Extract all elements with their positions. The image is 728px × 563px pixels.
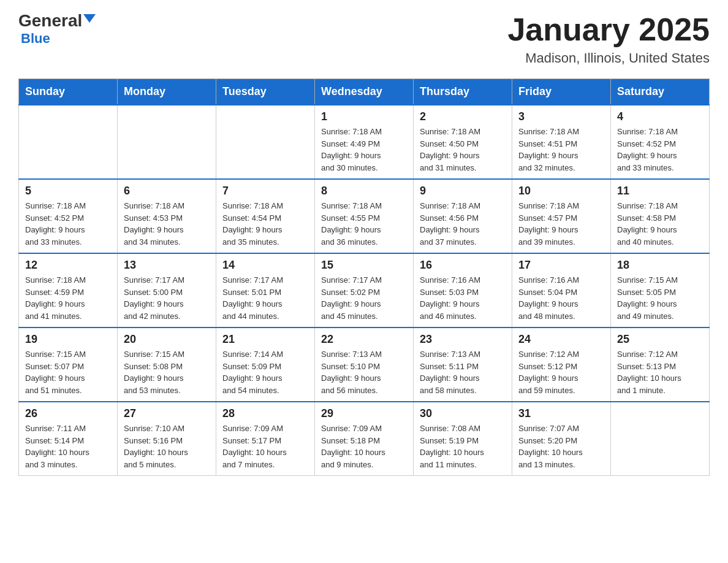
col-saturday: Saturday bbox=[611, 79, 710, 105]
table-row: 19Sunrise: 7:15 AMSunset: 5:07 PMDayligh… bbox=[19, 327, 118, 402]
day-number: 15 bbox=[321, 259, 407, 272]
week-row-4: 26Sunrise: 7:11 AMSunset: 5:14 PMDayligh… bbox=[19, 402, 710, 476]
week-row-0: 1Sunrise: 7:18 AMSunset: 4:49 PMDaylight… bbox=[19, 105, 710, 179]
day-info: Sunrise: 7:18 AMSunset: 4:58 PMDaylight:… bbox=[617, 200, 703, 248]
day-info: Sunrise: 7:15 AMSunset: 5:08 PMDaylight:… bbox=[124, 348, 210, 396]
table-row: 11Sunrise: 7:18 AMSunset: 4:58 PMDayligh… bbox=[611, 179, 710, 253]
logo-general: General bbox=[18, 12, 82, 29]
calendar-header-row: Sunday Monday Tuesday Wednesday Thursday… bbox=[19, 79, 710, 105]
day-number: 7 bbox=[222, 185, 308, 197]
col-wednesday: Wednesday bbox=[315, 79, 414, 105]
day-info: Sunrise: 7:17 AMSunset: 5:00 PMDaylight:… bbox=[124, 274, 210, 322]
day-number: 31 bbox=[518, 407, 604, 420]
day-number: 3 bbox=[518, 110, 604, 123]
day-number: 30 bbox=[420, 407, 506, 420]
day-info: Sunrise: 7:08 AMSunset: 5:19 PMDaylight:… bbox=[420, 423, 506, 470]
day-number: 5 bbox=[25, 185, 111, 197]
table-row: 8Sunrise: 7:18 AMSunset: 4:55 PMDaylight… bbox=[315, 179, 414, 253]
day-number: 13 bbox=[124, 259, 210, 272]
col-tuesday: Tuesday bbox=[216, 79, 315, 105]
table-row: 12Sunrise: 7:18 AMSunset: 4:59 PMDayligh… bbox=[19, 253, 118, 327]
table-row: 31Sunrise: 7:07 AMSunset: 5:20 PMDayligh… bbox=[512, 402, 611, 476]
table-row: 27Sunrise: 7:10 AMSunset: 5:16 PMDayligh… bbox=[118, 402, 216, 476]
table-row: 2Sunrise: 7:18 AMSunset: 4:50 PMDaylight… bbox=[414, 105, 512, 179]
logo: General Blue bbox=[18, 12, 96, 47]
day-number: 6 bbox=[124, 185, 210, 197]
day-number: 26 bbox=[25, 407, 111, 420]
table-row: 30Sunrise: 7:08 AMSunset: 5:19 PMDayligh… bbox=[414, 402, 512, 476]
table-row: 14Sunrise: 7:17 AMSunset: 5:01 PMDayligh… bbox=[216, 253, 315, 327]
day-number: 21 bbox=[222, 333, 308, 346]
day-info: Sunrise: 7:18 AMSunset: 4:59 PMDaylight:… bbox=[25, 274, 111, 322]
day-info: Sunrise: 7:18 AMSunset: 4:53 PMDaylight:… bbox=[124, 200, 210, 248]
day-number: 28 bbox=[222, 407, 308, 420]
day-info: Sunrise: 7:18 AMSunset: 4:56 PMDaylight:… bbox=[420, 200, 506, 248]
col-thursday: Thursday bbox=[414, 79, 512, 105]
table-row: 23Sunrise: 7:13 AMSunset: 5:11 PMDayligh… bbox=[414, 327, 512, 402]
day-info: Sunrise: 7:09 AMSunset: 5:17 PMDaylight:… bbox=[222, 423, 308, 470]
table-row: 21Sunrise: 7:14 AMSunset: 5:09 PMDayligh… bbox=[216, 327, 315, 402]
table-row: 7Sunrise: 7:18 AMSunset: 4:54 PMDaylight… bbox=[216, 179, 315, 253]
day-number: 16 bbox=[420, 259, 506, 272]
day-info: Sunrise: 7:07 AMSunset: 5:20 PMDaylight:… bbox=[518, 423, 604, 470]
day-number: 18 bbox=[617, 259, 703, 272]
day-info: Sunrise: 7:18 AMSunset: 4:55 PMDaylight:… bbox=[321, 200, 407, 248]
day-info: Sunrise: 7:11 AMSunset: 5:14 PMDaylight:… bbox=[25, 423, 111, 470]
day-info: Sunrise: 7:16 AMSunset: 5:03 PMDaylight:… bbox=[420, 274, 506, 322]
table-row: 9Sunrise: 7:18 AMSunset: 4:56 PMDaylight… bbox=[414, 179, 512, 253]
col-monday: Monday bbox=[118, 79, 216, 105]
day-info: Sunrise: 7:18 AMSunset: 4:54 PMDaylight:… bbox=[222, 200, 308, 248]
table-row: 28Sunrise: 7:09 AMSunset: 5:17 PMDayligh… bbox=[216, 402, 315, 476]
table-row: 5Sunrise: 7:18 AMSunset: 4:52 PMDaylight… bbox=[19, 179, 118, 253]
day-info: Sunrise: 7:18 AMSunset: 4:57 PMDaylight:… bbox=[518, 200, 604, 248]
table-row bbox=[611, 402, 710, 476]
day-number: 10 bbox=[518, 185, 604, 197]
day-info: Sunrise: 7:13 AMSunset: 5:10 PMDaylight:… bbox=[321, 348, 407, 396]
table-row bbox=[216, 105, 315, 179]
table-row: 25Sunrise: 7:12 AMSunset: 5:13 PMDayligh… bbox=[611, 327, 710, 402]
table-row: 4Sunrise: 7:18 AMSunset: 4:52 PMDaylight… bbox=[611, 105, 710, 179]
main-title: January 2025 bbox=[507, 12, 710, 47]
table-row: 18Sunrise: 7:15 AMSunset: 5:05 PMDayligh… bbox=[611, 253, 710, 327]
day-number: 11 bbox=[617, 185, 703, 197]
table-row: 10Sunrise: 7:18 AMSunset: 4:57 PMDayligh… bbox=[512, 179, 611, 253]
day-info: Sunrise: 7:17 AMSunset: 5:01 PMDaylight:… bbox=[222, 274, 308, 322]
col-friday: Friday bbox=[512, 79, 611, 105]
day-info: Sunrise: 7:17 AMSunset: 5:02 PMDaylight:… bbox=[321, 274, 407, 322]
day-info: Sunrise: 7:15 AMSunset: 5:05 PMDaylight:… bbox=[617, 274, 703, 322]
day-number: 29 bbox=[321, 407, 407, 420]
table-row bbox=[19, 105, 118, 179]
table-row: 20Sunrise: 7:15 AMSunset: 5:08 PMDayligh… bbox=[118, 327, 216, 402]
week-row-2: 12Sunrise: 7:18 AMSunset: 4:59 PMDayligh… bbox=[19, 253, 710, 327]
day-number: 24 bbox=[518, 333, 604, 346]
table-row: 22Sunrise: 7:13 AMSunset: 5:10 PMDayligh… bbox=[315, 327, 414, 402]
logo-triangle-icon bbox=[83, 14, 96, 23]
day-info: Sunrise: 7:09 AMSunset: 5:18 PMDaylight:… bbox=[321, 423, 407, 470]
day-info: Sunrise: 7:18 AMSunset: 4:52 PMDaylight:… bbox=[25, 200, 111, 248]
subtitle: Madison, Illinois, United States bbox=[507, 50, 710, 66]
day-number: 22 bbox=[321, 333, 407, 346]
table-row: 1Sunrise: 7:18 AMSunset: 4:49 PMDaylight… bbox=[315, 105, 414, 179]
week-row-3: 19Sunrise: 7:15 AMSunset: 5:07 PMDayligh… bbox=[19, 327, 710, 402]
table-row: 17Sunrise: 7:16 AMSunset: 5:04 PMDayligh… bbox=[512, 253, 611, 327]
day-info: Sunrise: 7:18 AMSunset: 4:50 PMDaylight:… bbox=[420, 126, 506, 174]
table-row: 24Sunrise: 7:12 AMSunset: 5:12 PMDayligh… bbox=[512, 327, 611, 402]
day-number: 17 bbox=[518, 259, 604, 272]
table-row: 13Sunrise: 7:17 AMSunset: 5:00 PMDayligh… bbox=[118, 253, 216, 327]
day-info: Sunrise: 7:10 AMSunset: 5:16 PMDaylight:… bbox=[124, 423, 210, 470]
calendar-table: Sunday Monday Tuesday Wednesday Thursday… bbox=[18, 79, 710, 476]
logo-blue: Blue bbox=[21, 31, 50, 47]
day-number: 25 bbox=[617, 333, 703, 346]
day-info: Sunrise: 7:14 AMSunset: 5:09 PMDaylight:… bbox=[222, 348, 308, 396]
day-info: Sunrise: 7:12 AMSunset: 5:12 PMDaylight:… bbox=[518, 348, 604, 396]
day-info: Sunrise: 7:18 AMSunset: 4:51 PMDaylight:… bbox=[518, 126, 604, 174]
day-number: 14 bbox=[222, 259, 308, 272]
day-number: 4 bbox=[617, 110, 703, 123]
day-info: Sunrise: 7:18 AMSunset: 4:49 PMDaylight:… bbox=[321, 126, 407, 174]
day-number: 23 bbox=[420, 333, 506, 346]
table-row: 29Sunrise: 7:09 AMSunset: 5:18 PMDayligh… bbox=[315, 402, 414, 476]
day-number: 19 bbox=[25, 333, 111, 346]
day-number: 8 bbox=[321, 185, 407, 197]
table-row: 26Sunrise: 7:11 AMSunset: 5:14 PMDayligh… bbox=[19, 402, 118, 476]
day-info: Sunrise: 7:13 AMSunset: 5:11 PMDaylight:… bbox=[420, 348, 506, 396]
